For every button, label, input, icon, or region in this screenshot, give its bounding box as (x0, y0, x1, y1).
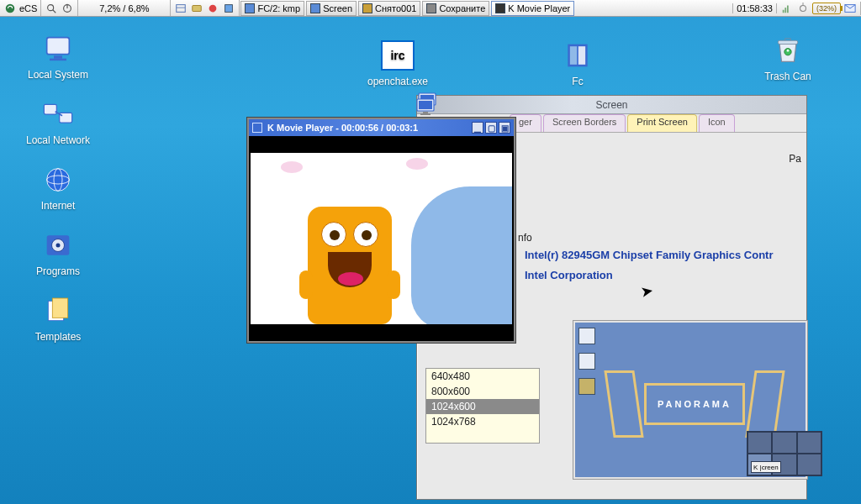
svg-rect-41 (423, 112, 428, 113)
svg-rect-18 (50, 59, 66, 61)
battery-indicator[interactable]: (32%) (812, 3, 841, 14)
templates-icon (41, 294, 75, 328)
resolution-option[interactable]: 1024x768 (426, 414, 539, 429)
desktop-icon-local-network[interactable]: Local Network (20, 97, 96, 146)
icon-label: Fc (540, 76, 615, 87)
tab-icon[interactable]: Icon (699, 114, 735, 132)
info-label: nfo (518, 232, 532, 244)
svg-rect-31 (570, 46, 577, 65)
svg-point-22 (47, 169, 70, 192)
tab-print-screen[interactable]: Print Screen (627, 114, 697, 132)
icon-label: openchat.exe (360, 76, 436, 87)
taskbar-item-fc[interactable]: FC/2: kmp (240, 1, 304, 16)
trash-icon (771, 34, 805, 67)
svg-line-2 (53, 9, 56, 13)
svg-rect-33 (778, 40, 797, 44)
icon-label: Local System (20, 69, 96, 81)
video-area[interactable] (251, 138, 512, 339)
desktop-icon-fc[interactable]: Fc (540, 39, 615, 87)
svg-rect-32 (578, 46, 585, 65)
svg-rect-11 (784, 8, 786, 13)
resolution-option[interactable]: 640x480 (426, 369, 539, 384)
taskbar-item-screenshot[interactable]: Снято001 (358, 1, 420, 16)
power-icon[interactable] (61, 2, 74, 15)
maximize-button[interactable]: ▢ (485, 122, 497, 134)
mini-icon (578, 328, 595, 344)
irc-icon: irc (381, 39, 415, 72)
app-icon (245, 3, 255, 13)
truncated-label: Pa (789, 153, 801, 165)
filemanager-icon (561, 39, 594, 72)
svg-rect-17 (54, 55, 62, 58)
taskbar-item-screen[interactable]: Screen (306, 1, 357, 16)
app-icon (362, 3, 372, 13)
svg-point-13 (800, 5, 806, 11)
taskbar: eCS 7,2% / 6,8% FC/2: kmp Screen Снято00… (0, 0, 861, 17)
svg-point-1 (48, 4, 54, 10)
minimize-button[interactable]: ▁ (472, 122, 483, 134)
mini-icon (578, 353, 595, 370)
desktop-icon-templates[interactable]: Templates (20, 294, 96, 343)
desktop-icon-internet[interactable]: Internet (20, 163, 96, 212)
character-blue (411, 186, 512, 324)
desktop-icon-trash[interactable]: Trash Can (750, 34, 826, 82)
svg-rect-12 (787, 5, 789, 13)
taskbar-item-save[interactable]: Сохраните (422, 1, 489, 16)
resolution-option[interactable]: 800x600 (426, 384, 539, 399)
start-area[interactable]: eCS (0, 0, 41, 16)
video-frame (251, 153, 512, 324)
window-movie-player[interactable]: K Movie Player - 00:00:56 / 00:03:1 ▁ ▢ … (247, 118, 515, 343)
icon-label: Internet (20, 200, 96, 212)
graphics-chipset: Intel(r) 82945GM Chipset Family Graphics… (525, 249, 773, 261)
svg-rect-7 (193, 5, 202, 11)
desktop-icon-programs[interactable]: Programs (20, 228, 96, 277)
icon-label: Programs (20, 265, 96, 277)
icon-label: Trash Can (750, 71, 826, 82)
svg-rect-5 (177, 4, 186, 12)
svg-rect-40 (419, 101, 432, 109)
window-menu-icon[interactable] (252, 123, 262, 133)
app-icon (310, 3, 320, 13)
window-title: K Movie Player - 00:00:56 / 00:03:1 (267, 123, 418, 133)
computer-icon (41, 32, 75, 66)
window-title[interactable]: Screen (417, 96, 806, 114)
resolution-option-selected[interactable]: 861x504 (426, 399, 539, 414)
tray-icon[interactable] (206, 2, 219, 15)
icon-label: Templates (20, 331, 96, 343)
player-titlebar[interactable]: K Movie Player - 00:00:56 / 00:03:1 ▁ ▢ … (249, 119, 514, 136)
cpu-meter: 7,2% / 6,8% (99, 3, 149, 13)
desktop-icon-openchat[interactable]: irc openchat.exe (360, 39, 436, 87)
app-icon (426, 3, 436, 13)
svg-rect-19 (44, 104, 56, 114)
character-orange (308, 207, 392, 324)
svg-rect-9 (225, 4, 233, 12)
svg-rect-10 (783, 9, 784, 13)
tray-icon[interactable] (190, 2, 203, 15)
ecs-logo-icon (3, 2, 17, 15)
search-icon[interactable] (45, 2, 58, 15)
close-button[interactable]: ▣ (499, 122, 510, 134)
monitor-icon (415, 97, 436, 117)
plug-icon[interactable] (796, 2, 810, 15)
app-icon (495, 3, 505, 13)
signal-icon[interactable] (780, 2, 794, 15)
graphics-vendor: Intel Corporation (525, 269, 613, 281)
pager-window-thumb[interactable]: K |creen (751, 461, 781, 473)
mail-icon[interactable] (843, 2, 857, 15)
network-icon (41, 97, 75, 131)
tray-icon[interactable] (174, 2, 188, 15)
desktop-icon-local-system[interactable]: Local System (20, 32, 96, 81)
svg-rect-16 (47, 38, 70, 55)
clock: 01:58:33 (737, 3, 773, 13)
programs-icon (41, 228, 75, 262)
workspace-pager[interactable]: K |creen (747, 431, 822, 476)
svg-rect-42 (420, 113, 430, 115)
resolution-list[interactable]: 640x480 800x600 861x504 1024x768 (425, 368, 540, 444)
taskbar-item-player[interactable]: K Movie Player (491, 1, 574, 16)
tab-screen-borders[interactable]: Screen Borders (543, 114, 626, 132)
globe-icon (41, 163, 75, 197)
svg-rect-29 (52, 298, 67, 318)
icon-label: Local Network (20, 134, 96, 146)
os-label: eCS (19, 3, 37, 13)
tray-icon[interactable] (222, 2, 235, 15)
